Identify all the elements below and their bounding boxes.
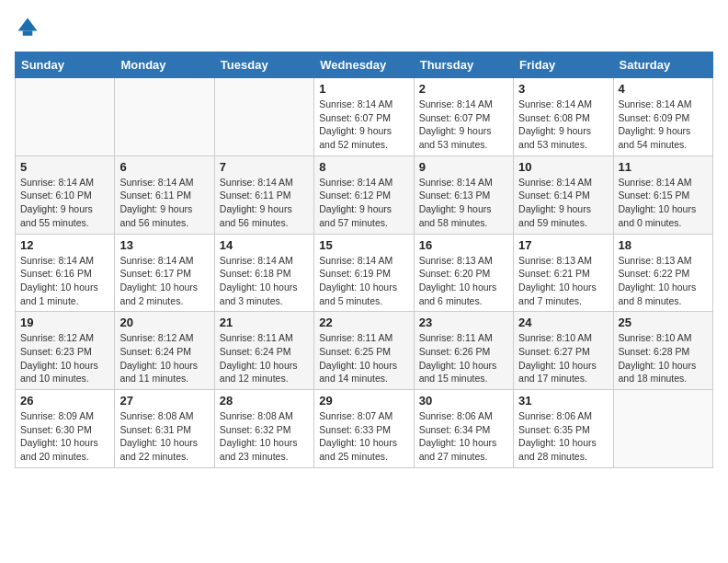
day-number: 2 [419, 82, 508, 96]
day-info: Sunrise: 8:14 AM Sunset: 6:07 PM Dayligh… [319, 98, 408, 152]
day-number: 17 [518, 238, 608, 252]
calendar-cell: 29Sunrise: 8:07 AM Sunset: 6:33 PM Dayli… [314, 390, 414, 468]
day-number: 23 [419, 316, 508, 329]
day-info: Sunrise: 8:14 AM Sunset: 6:07 PM Dayligh… [419, 98, 508, 152]
calendar-cell: 3Sunrise: 8:14 AM Sunset: 6:08 PM Daylig… [514, 78, 613, 156]
day-info: Sunrise: 8:13 AM Sunset: 6:21 PM Dayligh… [518, 254, 608, 308]
calendar-cell [16, 78, 115, 156]
day-number: 22 [319, 316, 408, 329]
page-header [15, 15, 713, 40]
day-info: Sunrise: 8:14 AM Sunset: 6:11 PM Dayligh… [119, 176, 209, 230]
day-info: Sunrise: 8:10 AM Sunset: 6:27 PM Dayligh… [518, 331, 608, 385]
calendar-week-row: 19Sunrise: 8:12 AM Sunset: 6:23 PM Dayli… [16, 312, 713, 390]
calendar-table: SundayMondayTuesdayWednesdayThursdayFrid… [15, 52, 713, 468]
day-info: Sunrise: 8:10 AM Sunset: 6:28 PM Dayligh… [619, 331, 708, 385]
day-number: 14 [220, 238, 309, 252]
day-number: 29 [319, 394, 408, 408]
day-number: 4 [619, 82, 708, 96]
logo-icon [15, 15, 40, 40]
calendar-cell: 15Sunrise: 8:14 AM Sunset: 6:19 PM Dayli… [314, 234, 414, 312]
day-number: 31 [518, 394, 608, 408]
day-number: 5 [20, 160, 109, 174]
day-info: Sunrise: 8:13 AM Sunset: 6:22 PM Dayligh… [619, 254, 708, 308]
day-info: Sunrise: 8:06 AM Sunset: 6:35 PM Dayligh… [518, 409, 608, 464]
calendar-cell: 20Sunrise: 8:12 AM Sunset: 6:24 PM Dayli… [115, 312, 214, 390]
day-info: Sunrise: 8:14 AM Sunset: 6:16 PM Dayligh… [20, 254, 109, 308]
day-info: Sunrise: 8:14 AM Sunset: 6:08 PM Dayligh… [518, 98, 608, 152]
day-info: Sunrise: 8:14 AM Sunset: 6:13 PM Dayligh… [419, 176, 508, 230]
day-info: Sunrise: 8:14 AM Sunset: 6:18 PM Dayligh… [220, 254, 309, 308]
day-info: Sunrise: 8:14 AM Sunset: 6:11 PM Dayligh… [220, 176, 309, 230]
day-info: Sunrise: 8:12 AM Sunset: 6:24 PM Dayligh… [119, 331, 209, 385]
calendar-cell [115, 78, 214, 156]
day-number: 3 [518, 82, 608, 96]
calendar-cell: 17Sunrise: 8:13 AM Sunset: 6:21 PM Dayli… [514, 234, 613, 312]
calendar-cell: 11Sunrise: 8:14 AM Sunset: 6:15 PM Dayli… [613, 155, 712, 234]
calendar-week-row: 5Sunrise: 8:14 AM Sunset: 6:10 PM Daylig… [16, 155, 713, 234]
calendar-cell: 21Sunrise: 8:11 AM Sunset: 6:24 PM Dayli… [214, 312, 313, 390]
day-info: Sunrise: 8:11 AM Sunset: 6:24 PM Dayligh… [220, 331, 309, 385]
day-info: Sunrise: 8:14 AM Sunset: 6:14 PM Dayligh… [518, 176, 608, 230]
day-info: Sunrise: 8:06 AM Sunset: 6:34 PM Dayligh… [419, 409, 508, 464]
calendar-cell [214, 78, 313, 156]
day-info: Sunrise: 8:11 AM Sunset: 6:26 PM Dayligh… [419, 331, 508, 385]
calendar-cell: 2Sunrise: 8:14 AM Sunset: 6:07 PM Daylig… [414, 78, 513, 156]
day-number: 25 [619, 316, 708, 329]
day-number: 20 [119, 316, 209, 329]
svg-rect-1 [23, 31, 33, 36]
day-number: 18 [619, 238, 708, 252]
calendar-cell: 1Sunrise: 8:14 AM Sunset: 6:07 PM Daylig… [314, 78, 414, 156]
day-number: 13 [119, 238, 209, 252]
calendar-cell: 7Sunrise: 8:14 AM Sunset: 6:11 PM Daylig… [214, 155, 313, 234]
day-number: 11 [619, 160, 708, 174]
calendar-cell: 25Sunrise: 8:10 AM Sunset: 6:28 PM Dayli… [613, 312, 712, 390]
day-info: Sunrise: 8:07 AM Sunset: 6:33 PM Dayligh… [319, 409, 408, 464]
day-info: Sunrise: 8:14 AM Sunset: 6:15 PM Dayligh… [619, 176, 708, 230]
day-number: 21 [220, 316, 309, 329]
calendar-week-row: 12Sunrise: 8:14 AM Sunset: 6:16 PM Dayli… [16, 234, 713, 312]
day-info: Sunrise: 8:14 AM Sunset: 6:12 PM Dayligh… [319, 176, 408, 230]
day-number: 28 [220, 394, 309, 408]
calendar-cell: 12Sunrise: 8:14 AM Sunset: 6:16 PM Dayli… [16, 234, 115, 312]
calendar-cell: 9Sunrise: 8:14 AM Sunset: 6:13 PM Daylig… [414, 155, 513, 234]
calendar-cell [613, 390, 712, 468]
day-number: 8 [319, 160, 408, 174]
day-number: 10 [518, 160, 608, 174]
calendar-cell: 5Sunrise: 8:14 AM Sunset: 6:10 PM Daylig… [16, 155, 115, 234]
day-number: 19 [20, 316, 109, 329]
day-info: Sunrise: 8:13 AM Sunset: 6:20 PM Dayligh… [419, 254, 508, 308]
calendar-cell: 6Sunrise: 8:14 AM Sunset: 6:11 PM Daylig… [115, 155, 214, 234]
day-number: 9 [419, 160, 508, 174]
calendar-week-row: 26Sunrise: 8:09 AM Sunset: 6:30 PM Dayli… [16, 390, 713, 468]
day-number: 12 [20, 238, 109, 252]
calendar-cell: 26Sunrise: 8:09 AM Sunset: 6:30 PM Dayli… [16, 390, 115, 468]
day-of-week-header: Friday [514, 52, 613, 78]
calendar-week-row: 1Sunrise: 8:14 AM Sunset: 6:07 PM Daylig… [16, 78, 713, 156]
day-number: 30 [419, 394, 508, 408]
day-info: Sunrise: 8:14 AM Sunset: 6:19 PM Dayligh… [319, 254, 408, 308]
calendar-cell: 16Sunrise: 8:13 AM Sunset: 6:20 PM Dayli… [414, 234, 513, 312]
calendar-cell: 19Sunrise: 8:12 AM Sunset: 6:23 PM Dayli… [16, 312, 115, 390]
day-number: 15 [319, 238, 408, 252]
day-of-week-header: Wednesday [314, 52, 414, 78]
calendar-cell: 30Sunrise: 8:06 AM Sunset: 6:34 PM Dayli… [414, 390, 513, 468]
calendar-cell: 13Sunrise: 8:14 AM Sunset: 6:17 PM Dayli… [115, 234, 214, 312]
day-info: Sunrise: 8:14 AM Sunset: 6:17 PM Dayligh… [119, 254, 209, 308]
day-of-week-header: Saturday [613, 52, 712, 78]
day-info: Sunrise: 8:14 AM Sunset: 6:09 PM Dayligh… [619, 98, 708, 152]
calendar-cell: 24Sunrise: 8:10 AM Sunset: 6:27 PM Dayli… [514, 312, 613, 390]
day-of-week-header: Thursday [414, 52, 513, 78]
day-info: Sunrise: 8:14 AM Sunset: 6:10 PM Dayligh… [20, 176, 109, 230]
day-info: Sunrise: 8:08 AM Sunset: 6:32 PM Dayligh… [220, 409, 309, 464]
day-number: 1 [319, 82, 408, 96]
day-of-week-header: Sunday [16, 52, 115, 78]
calendar-cell: 18Sunrise: 8:13 AM Sunset: 6:22 PM Dayli… [613, 234, 712, 312]
day-number: 26 [20, 394, 109, 408]
calendar-cell: 14Sunrise: 8:14 AM Sunset: 6:18 PM Dayli… [214, 234, 313, 312]
calendar-cell: 4Sunrise: 8:14 AM Sunset: 6:09 PM Daylig… [613, 78, 712, 156]
day-of-week-header: Monday [115, 52, 214, 78]
calendar-header-row: SundayMondayTuesdayWednesdayThursdayFrid… [16, 52, 713, 78]
day-info: Sunrise: 8:08 AM Sunset: 6:31 PM Dayligh… [119, 409, 209, 464]
day-number: 16 [419, 238, 508, 252]
day-number: 7 [220, 160, 309, 174]
